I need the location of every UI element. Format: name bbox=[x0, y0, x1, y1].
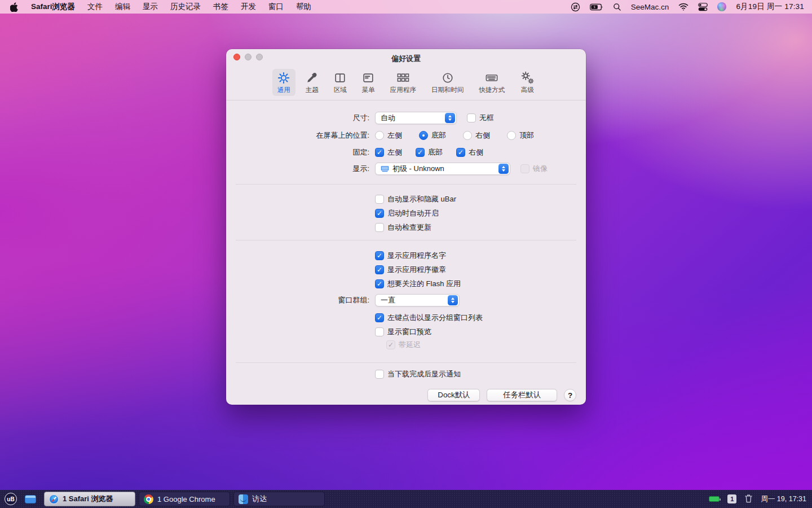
position-label: 在屏幕上的位置: bbox=[236, 130, 369, 141]
show-app-names-checkbox[interactable] bbox=[375, 251, 384, 260]
position-option-label: 顶部 bbox=[519, 130, 534, 141]
menu-history[interactable]: 历史记录 bbox=[170, 2, 201, 12]
frameless-checkbox[interactable] bbox=[467, 113, 476, 122]
section-divider bbox=[236, 240, 576, 240]
launch-at-login-label: 启动时自动开启 bbox=[387, 208, 439, 218]
size-select[interactable]: 自动 bbox=[375, 112, 457, 124]
pin-bottom-checkbox[interactable] bbox=[416, 148, 425, 157]
show-app-badges-checkbox[interactable] bbox=[375, 265, 384, 274]
autohide-label: 自动显示和隐藏 uBar bbox=[387, 194, 456, 204]
left-click-group-label: 左键点击以显示分组窗口列表 bbox=[387, 313, 483, 323]
trash-icon[interactable] bbox=[744, 494, 753, 505]
siri-icon[interactable] bbox=[717, 2, 726, 11]
taskbar-item-safari[interactable]: 1 Safari 浏览器 bbox=[44, 492, 135, 506]
minimize-button[interactable] bbox=[245, 54, 251, 60]
menu-card-icon bbox=[362, 71, 374, 85]
tab-shortcuts[interactable]: 快捷方式 bbox=[474, 69, 510, 96]
tab-region[interactable]: 区域 bbox=[329, 69, 352, 96]
tab-datetime[interactable]: 日期和时间 bbox=[426, 69, 469, 96]
network-name[interactable]: SeeMac.cn bbox=[631, 3, 669, 11]
tab-label: 应用程序 bbox=[390, 86, 416, 94]
close-button[interactable] bbox=[233, 54, 240, 60]
pin-left-checkbox[interactable] bbox=[375, 148, 384, 157]
tab-label: 主题 bbox=[306, 86, 319, 94]
download-notify-label: 当下载完成后显示通知 bbox=[387, 369, 461, 379]
clock-icon bbox=[442, 71, 454, 85]
help-button[interactable]: ? bbox=[564, 389, 576, 401]
menu-help[interactable]: 帮助 bbox=[296, 2, 311, 12]
apple-menu-icon[interactable] bbox=[10, 2, 19, 12]
dock-default-button[interactable]: Dock默认 bbox=[427, 389, 480, 401]
menubar-clock[interactable]: 6月19日 周一 17:31 bbox=[736, 2, 804, 12]
with-delay-checkbox bbox=[386, 340, 395, 349]
ubar-menu-icon[interactable] bbox=[571, 2, 580, 12]
tab-label: 快捷方式 bbox=[479, 86, 505, 94]
wifi-icon[interactable] bbox=[678, 3, 689, 11]
control-center-icon[interactable] bbox=[698, 3, 708, 11]
window-group-value: 一直 bbox=[381, 295, 395, 305]
menu-edit[interactable]: 编辑 bbox=[115, 2, 130, 12]
menu-bar: Safari浏览器 文件 编辑 显示 历史记录 书签 开发 窗口 帮助 bbox=[0, 0, 812, 14]
tab-advanced[interactable]: 高级 bbox=[515, 69, 540, 96]
tab-label: 菜单 bbox=[362, 86, 375, 94]
left-click-group-checkbox[interactable] bbox=[375, 313, 384, 322]
taskbar-clock[interactable]: 周一 19, 17:31 bbox=[761, 494, 806, 504]
desktop-wallpaper: Safari浏览器 文件 编辑 显示 历史记录 书签 开发 窗口 帮助 bbox=[0, 0, 812, 508]
position-radio-bottom[interactable] bbox=[419, 131, 428, 140]
window-titlebar: 偏好设置 bbox=[226, 49, 586, 65]
position-radio-left[interactable] bbox=[375, 131, 384, 140]
section-divider bbox=[236, 184, 576, 185]
display-select[interactable]: 初级 - Unknown bbox=[375, 163, 510, 175]
with-delay-label: 带延迟 bbox=[399, 340, 421, 350]
flash-apps-checkbox[interactable] bbox=[375, 279, 384, 288]
stepper-icon bbox=[498, 164, 509, 174]
pin-label: 固定: bbox=[236, 147, 369, 157]
tab-general[interactable]: 通用 bbox=[272, 69, 295, 96]
taskbar-item-finder[interactable]: 访达 bbox=[233, 492, 325, 506]
show-desktop-icon[interactable] bbox=[25, 495, 36, 503]
battery-icon[interactable] bbox=[709, 496, 720, 502]
menu-develop[interactable]: 开发 bbox=[241, 2, 256, 12]
zoom-button[interactable] bbox=[256, 54, 263, 60]
autohide-checkbox[interactable] bbox=[375, 195, 384, 204]
taskbar-item-label: 1 Google Chrome bbox=[157, 495, 215, 503]
position-radio-top[interactable] bbox=[507, 131, 516, 140]
tab-menu[interactable]: 菜单 bbox=[357, 69, 380, 96]
menu-file[interactable]: 文件 bbox=[87, 2, 103, 12]
window-preview-checkbox[interactable] bbox=[375, 327, 384, 336]
window-group-select[interactable]: 一直 bbox=[375, 294, 460, 306]
window-title: 偏好设置 bbox=[226, 50, 586, 64]
ubar-taskbar: uB 1 Safari 浏览器 1 Google Chrome 访达 1 bbox=[0, 490, 812, 508]
battery-icon[interactable] bbox=[590, 3, 603, 11]
menu-bookmarks[interactable]: 书签 bbox=[213, 2, 228, 12]
position-option-label: 底部 bbox=[431, 130, 446, 141]
tab-theme[interactable]: 主题 bbox=[301, 69, 324, 96]
tab-label: 区域 bbox=[334, 86, 347, 94]
display-select-value: 初级 - Unknown bbox=[392, 164, 444, 174]
position-radio-right[interactable] bbox=[463, 131, 472, 140]
pin-option-label: 左侧 bbox=[387, 147, 402, 157]
safari-icon bbox=[49, 494, 59, 504]
taskbar-item-label: 1 Safari 浏览器 bbox=[63, 494, 113, 504]
search-icon[interactable] bbox=[613, 3, 621, 11]
window-preview-label: 显示窗口预览 bbox=[387, 327, 431, 337]
menu-view[interactable]: 显示 bbox=[143, 2, 158, 12]
pin-right-checkbox[interactable] bbox=[456, 148, 465, 157]
auto-update-checkbox[interactable] bbox=[375, 223, 384, 232]
ubar-logo[interactable]: uB bbox=[5, 493, 17, 505]
taskbar-default-button[interactable]: 任务栏默认 bbox=[487, 389, 557, 401]
pin-option-label: 右侧 bbox=[469, 147, 483, 157]
app-grid-icon bbox=[396, 71, 410, 85]
section-divider bbox=[236, 362, 576, 363]
launch-at-login-checkbox[interactable] bbox=[375, 209, 384, 218]
tab-applications[interactable]: 应用程序 bbox=[385, 69, 421, 96]
position-option-label: 右侧 bbox=[475, 130, 490, 141]
flash-apps-label: 想要关注的 Flash 应用 bbox=[387, 279, 461, 289]
taskbar-item-chrome[interactable]: 1 Google Chrome bbox=[139, 492, 230, 506]
show-app-names-label: 显示应用程序名字 bbox=[387, 251, 446, 261]
download-notify-checkbox[interactable] bbox=[375, 370, 384, 379]
chrome-icon bbox=[144, 494, 153, 504]
notification-badge[interactable]: 1 bbox=[727, 494, 736, 503]
menu-app-name[interactable]: Safari浏览器 bbox=[31, 2, 75, 12]
menu-window[interactable]: 窗口 bbox=[268, 2, 284, 12]
